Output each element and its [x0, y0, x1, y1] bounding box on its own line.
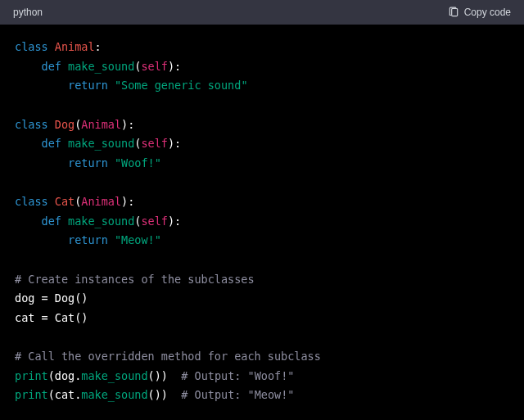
self-param: self [141, 137, 168, 150]
code-content: class Animal: def make_sound(self): retu… [15, 38, 509, 405]
copy-code-button[interactable]: Copy code [448, 7, 511, 18]
method-call: make_sound [81, 388, 147, 401]
kw-class: class [15, 40, 48, 53]
kw-return: return [68, 233, 108, 246]
kw-class: class [15, 118, 48, 131]
base-class: Animal [81, 118, 121, 131]
fn-name: make_sound [68, 60, 134, 73]
punct: : [95, 40, 102, 53]
string-literal: "Some generic sound" [115, 79, 248, 92]
fn-name: make_sound [68, 215, 134, 228]
clipboard-icon [448, 7, 459, 18]
base-class: Animal [81, 195, 121, 208]
method-call: make_sound [81, 369, 147, 382]
kw-return: return [68, 79, 108, 92]
code-header: python Copy code [0, 0, 524, 25]
comment: # Call the overridden method for each su… [15, 350, 321, 363]
assignment: cat = [15, 311, 55, 324]
kw-class: class [15, 195, 48, 208]
class-name: Cat [55, 195, 75, 208]
string-literal: "Woof!" [115, 156, 161, 169]
comment: # Output: "Woof!" [181, 369, 294, 382]
comment: # Create instances of the subclasses [15, 273, 255, 286]
class-name: Animal [55, 40, 95, 53]
code-body[interactable]: class Animal: def make_sound(self): retu… [0, 25, 524, 420]
kw-def: def [42, 60, 61, 73]
ctor-call: Cat [55, 311, 75, 324]
svg-rect-0 [451, 8, 457, 16]
class-name: Dog [55, 118, 75, 131]
kw-def: def [42, 137, 61, 150]
ctor-call: Dog [55, 291, 75, 305]
kw-def: def [42, 215, 61, 228]
self-param: self [141, 60, 168, 73]
assignment: dog = [15, 291, 55, 305]
builtin-print: print [15, 388, 48, 401]
language-label: python [13, 7, 43, 18]
comment: # Output: "Meow!" [181, 388, 294, 401]
code-block: python Copy code class Animal: def make_… [0, 0, 524, 420]
self-param: self [141, 215, 168, 228]
builtin-print: print [15, 369, 48, 382]
fn-name: make_sound [68, 137, 134, 150]
string-literal: "Meow!" [115, 233, 161, 246]
kw-return: return [68, 156, 108, 169]
copy-code-label: Copy code [464, 7, 511, 18]
